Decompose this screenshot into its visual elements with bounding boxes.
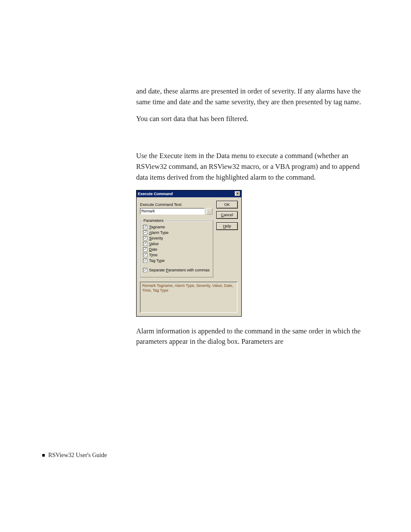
paragraph: You can sort data that has been filtered… xyxy=(136,114,364,124)
tagname-checkbox[interactable] xyxy=(143,225,147,229)
paragraph: and date, these alarms are presented in … xyxy=(136,86,364,108)
close-icon[interactable]: ✕ xyxy=(235,191,240,196)
date-label: Date xyxy=(149,247,157,252)
execute-command-dialog: Execute Command ✕ OK Cancel Help Execute… xyxy=(136,190,242,317)
alarmtype-checkbox[interactable] xyxy=(143,230,147,235)
value-checkbox[interactable] xyxy=(143,242,147,246)
footer-text: RSView32 User's Guide xyxy=(48,452,107,459)
bullet-icon xyxy=(42,454,45,457)
severity-label: Severity xyxy=(149,236,163,240)
command-text-input[interactable]: Remark xyxy=(140,208,205,215)
dialog-body: OK Cancel Help Execute Command Text: Rem… xyxy=(137,197,241,316)
page-content: and date, these alarms are presented in … xyxy=(136,86,364,353)
severity-checkbox[interactable] xyxy=(143,236,147,240)
dialog-titlebar: Execute Command ✕ xyxy=(137,190,241,197)
parameters-group: Parameters Tagname Alarm Type Severity V… xyxy=(140,221,213,277)
time-label: Time xyxy=(149,253,158,257)
alarmtype-label: Alarm Type xyxy=(149,230,168,235)
ok-button[interactable]: OK xyxy=(216,201,238,208)
value-label: Value xyxy=(149,242,159,246)
paragraph: Use the Execute item in the Data menu to… xyxy=(136,151,364,183)
cancel-button[interactable]: Cancel xyxy=(216,211,238,219)
time-checkbox[interactable] xyxy=(143,253,147,257)
browse-button[interactable]: ... xyxy=(206,208,212,215)
page-footer: RSView32 User's Guide xyxy=(42,452,107,459)
command-preview: Remark Tagname, Alarm Type, Severity, Va… xyxy=(140,282,237,313)
tagname-label: Tagname xyxy=(149,225,165,229)
tagtype-label: Tag Type xyxy=(149,258,165,263)
help-button[interactable]: Help xyxy=(216,222,238,230)
tagtype-checkbox[interactable] xyxy=(143,258,147,263)
parameters-legend: Parameters xyxy=(143,218,165,223)
separate-commas-checkbox[interactable] xyxy=(143,268,147,272)
dialog-title: Execute Command xyxy=(138,192,173,196)
separate-commas-label: Separate Parameters with commas xyxy=(149,268,210,272)
paragraph: Alarm information is appended to the com… xyxy=(136,326,364,348)
date-checkbox[interactable] xyxy=(143,247,147,252)
